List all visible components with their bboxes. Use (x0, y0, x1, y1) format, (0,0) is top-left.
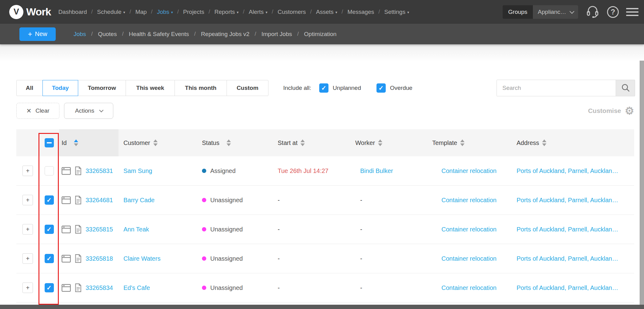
customer-link[interactable]: Ed's Cafe (123, 284, 150, 291)
expand-row-button[interactable] (22, 253, 33, 264)
job-card-icon[interactable] (62, 255, 71, 263)
filter-tab-this-month[interactable]: This month (175, 80, 227, 96)
subtab-repeating-jobs-v2[interactable]: Repeating Jobs v2 (201, 31, 249, 38)
nav-item-messages[interactable]: Messages (348, 9, 374, 15)
template-link[interactable]: Container relocation (441, 197, 497, 204)
customer-link[interactable]: Sam Sung (123, 167, 152, 175)
subtab-quotes[interactable]: Quotes (98, 31, 117, 38)
document-icon[interactable] (75, 254, 82, 263)
vertical-scrollbar[interactable] (640, 61, 644, 305)
column-header-template[interactable]: Template (428, 129, 511, 156)
column-header-worker[interactable]: Worker (351, 129, 428, 156)
nav-item-reports[interactable]: Reports▾ (214, 9, 239, 15)
nav-item-alerts[interactable]: Alerts▾ (249, 9, 268, 15)
vwork-logo[interactable]: V Work (9, 5, 51, 19)
job-card-icon[interactable] (62, 284, 71, 292)
sort-icons[interactable] (460, 139, 465, 146)
chevron-down-icon: ▾ (407, 10, 409, 14)
sort-icons[interactable] (227, 139, 231, 146)
clear-button[interactable]: Clear (16, 103, 59, 119)
job-id-link[interactable]: 33264681 (86, 197, 113, 204)
expand-row-button[interactable] (22, 195, 33, 205)
address-link[interactable]: Ports of Auckland, Parnell, Aucklan… (517, 167, 618, 175)
customer-link[interactable]: Claire Waters (123, 255, 160, 262)
nav-item-jobs[interactable]: Jobs▾ (157, 9, 173, 15)
sort-icons[interactable] (542, 139, 546, 146)
nav-item-dashboard[interactable]: Dashboard (58, 9, 87, 15)
filter-tab-today[interactable]: Today (42, 80, 78, 96)
document-icon[interactable] (75, 283, 82, 292)
column-header-id[interactable]: Id (59, 129, 119, 156)
document-icon[interactable] (75, 225, 82, 234)
filter-tab-this-week[interactable]: This week (126, 80, 175, 96)
select-all-checkbox[interactable] (45, 138, 54, 147)
column-header-status[interactable]: Status (197, 129, 273, 156)
search-button[interactable] (616, 80, 635, 96)
sort-icons[interactable] (74, 139, 78, 146)
main-menu-button[interactable] (626, 8, 638, 16)
document-icon[interactable] (75, 196, 82, 204)
template-link[interactable]: Container relocation (441, 167, 497, 175)
actions-button[interactable]: Actions (64, 103, 113, 119)
groups-button[interactable]: Groups (503, 5, 533, 19)
job-card-icon[interactable] (62, 196, 71, 204)
row-checkbox[interactable] (45, 166, 54, 175)
job-id-link[interactable]: 33265815 (86, 226, 113, 233)
nav-item-schedule[interactable]: Schedule▾ (97, 9, 125, 15)
nav-item-settings[interactable]: Settings▾ (384, 9, 409, 15)
nav-item-assets[interactable]: Assets▾ (316, 9, 337, 15)
unplanned-filter[interactable]: Unplanned (319, 83, 361, 93)
table-row: 33264681 Barry Cade Unassigned - - Conta… (16, 186, 634, 215)
template-link[interactable]: Container relocation (441, 284, 497, 291)
customer-link[interactable]: Ann Teak (123, 226, 149, 233)
template-link[interactable]: Container relocation (441, 226, 497, 233)
job-id-link[interactable]: 33265834 (86, 284, 113, 291)
document-icon[interactable] (75, 167, 82, 175)
column-header-address[interactable]: Address (511, 129, 634, 156)
subtab-health-safety-events[interactable]: Health & Safety Events (129, 31, 189, 38)
address-link[interactable]: Ports of Auckland, Parnell, Aucklan… (517, 226, 618, 233)
support-button[interactable] (586, 5, 600, 19)
expand-row-button[interactable] (22, 283, 33, 293)
filter-tab-tomorrow[interactable]: Tomorrow (78, 80, 126, 96)
expand-row-button[interactable] (22, 224, 33, 235)
nav-item-projects[interactable]: Projects (183, 9, 204, 15)
job-card-icon[interactable] (62, 226, 71, 233)
overdue-checkbox[interactable] (376, 83, 386, 93)
subtab-optimization[interactable]: Optimization (304, 31, 337, 38)
subtab-import-jobs[interactable]: Import Jobs (261, 31, 292, 38)
column-header-start-at[interactable]: Start at (273, 129, 351, 156)
worker-link[interactable]: Bindi Bulker (360, 167, 393, 175)
sort-icons[interactable] (153, 139, 158, 146)
job-card-icon[interactable] (62, 167, 71, 175)
address-link[interactable]: Ports of Auckland, Parnell, Aucklan… (517, 255, 618, 262)
expand-row-button[interactable] (22, 166, 33, 176)
nav-item-map[interactable]: Map (135, 9, 147, 15)
sort-icons[interactable] (378, 139, 382, 146)
horizontal-scrollbar[interactable] (0, 305, 644, 309)
subtab-jobs[interactable]: Jobs (74, 31, 86, 38)
template-link[interactable]: Container relocation (441, 255, 497, 262)
search-input[interactable] (497, 80, 616, 96)
job-id-link[interactable]: 33265818 (86, 255, 113, 262)
new-button[interactable]: New (19, 27, 56, 41)
address-link[interactable]: Ports of Auckland, Parnell, Aucklan… (517, 197, 618, 204)
row-checkbox[interactable] (45, 254, 54, 263)
overdue-filter[interactable]: Overdue (376, 83, 413, 93)
address-link[interactable]: Ports of Auckland, Parnell, Aucklan… (517, 284, 618, 291)
row-checkbox[interactable] (45, 283, 54, 292)
help-button[interactable]: ? (607, 6, 619, 18)
filter-tab-all[interactable]: All (16, 80, 43, 96)
filter-tab-custom[interactable]: Custom (227, 80, 268, 96)
sort-icons[interactable] (300, 139, 305, 146)
row-checkbox[interactable] (45, 225, 54, 234)
column-header-customer[interactable]: Customer (119, 129, 197, 156)
unplanned-checkbox[interactable] (319, 83, 328, 93)
customer-link[interactable]: Barry Cade (123, 197, 155, 204)
customise-button[interactable]: Customise ⚙ (588, 103, 634, 119)
job-id-link[interactable]: 33265831 (86, 167, 113, 175)
group-dropdown[interactable]: Applianc… (533, 5, 578, 19)
gear-icon: ⚙ (625, 106, 634, 116)
nav-item-customers[interactable]: Customers (278, 9, 306, 15)
row-checkbox[interactable] (45, 195, 54, 205)
